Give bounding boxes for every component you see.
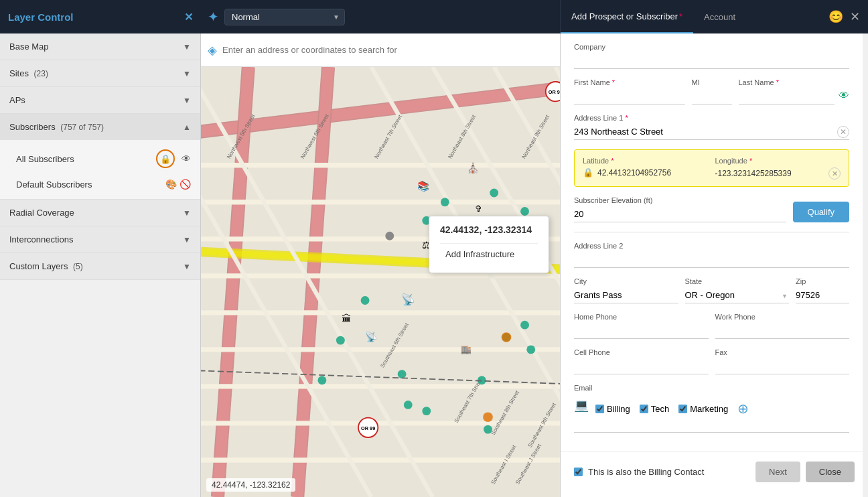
tech-checkbox-item: Tech — [640, 404, 669, 414]
svg-point-64 — [484, 425, 492, 434]
tab-account[interactable]: Account — [693, 0, 746, 33]
cell-phone-input[interactable] — [574, 358, 709, 374]
right-panel: Company First Name * MI — [560, 33, 868, 497]
fax-input[interactable] — [715, 358, 850, 374]
city-input[interactable] — [574, 287, 678, 303]
smiley-icon[interactable]: 😊 — [828, 9, 843, 24]
chevron-down-icon: ▼ — [183, 69, 191, 78]
state-select-wrapper[interactable]: OR - Oregon CA - California WA - Washing… — [685, 287, 790, 303]
sidebar-section-custom: Custom Layers (5) ▼ — [0, 253, 200, 280]
svg-point-57 — [398, 370, 407, 378]
next-button[interactable]: Next — [755, 462, 800, 482]
sidebar-section-header-basemap[interactable]: Base Map ▼ — [0, 33, 200, 60]
cell-phone-field: Cell Phone — [574, 348, 709, 374]
svg-point-65 — [317, 376, 326, 384]
last-name-label: Last Name * — [739, 78, 835, 86]
billing-contact-checkbox[interactable] — [574, 468, 583, 476]
city-field: City — [574, 277, 678, 303]
longitude-clear-button[interactable]: ✕ — [828, 167, 841, 180]
lock-icon: 🔒 — [583, 167, 593, 178]
list-item: Default Subscribers 🎨 🚫 — [0, 173, 200, 195]
svg-text:🏬: 🏬 — [461, 344, 472, 355]
svg-text:📡: 📡 — [401, 293, 415, 307]
last-name-input[interactable] — [739, 88, 835, 104]
latitude-value-row: 🔒 — [583, 167, 709, 178]
palette-icon[interactable]: 🎨 — [165, 179, 177, 190]
phone-row-2: Cell Phone Fax — [574, 348, 849, 374]
address1-input[interactable] — [574, 124, 849, 140]
chevron-down-icon: ▼ — [183, 262, 191, 271]
add-email-button[interactable]: ⊕ — [737, 401, 749, 417]
close-form-button[interactable]: Close — [806, 462, 855, 482]
add-infrastructure-button[interactable]: Add Infrastructure — [440, 243, 538, 265]
svg-text:OR 99: OR 99 — [361, 425, 375, 431]
qualify-button[interactable]: Qualify — [793, 202, 849, 222]
sidebar-section-header-radial[interactable]: Radial Coverage ▼ — [0, 200, 200, 226]
required-asterisk: * — [679, 11, 682, 21]
svg-point-61 — [526, 345, 535, 354]
work-phone-field: Work Phone — [715, 313, 850, 339]
layer-control-title: Layer Control — [8, 11, 74, 23]
marketing-checkbox[interactable] — [678, 405, 687, 413]
address2-input[interactable] — [574, 252, 849, 268]
top-bar: Layer Control ✕ ✦ Normal Satellite Terra… — [0, 0, 868, 33]
eye-icon[interactable]: 👁 — [182, 153, 191, 164]
email-section: Email 💻 Billing Tech — [574, 384, 849, 433]
mode-select-wrapper[interactable]: Normal Satellite Terrain — [224, 9, 345, 25]
sidebar-section-header-interconnections[interactable]: Interconnections ▼ — [0, 226, 200, 253]
chevron-down-icon: ▼ — [183, 42, 191, 52]
state-field: State OR - Oregon CA - California WA - W… — [685, 277, 790, 303]
sidebar-section-header-subscribers[interactable]: Subscribers (757 of 757) ▲ — [0, 114, 200, 140]
subscriber-items: All Subscribers 🔒 👁 Default Subscribers … — [0, 140, 200, 199]
sidebar-section-header-custom[interactable]: Custom Layers (5) ▼ — [0, 253, 200, 279]
home-phone-input[interactable] — [574, 323, 709, 339]
phone-row-1: Home Phone Work Phone — [574, 313, 849, 339]
wrench-icon: ✕ — [184, 11, 193, 23]
lock-icon[interactable]: 🔒 — [156, 149, 175, 168]
required-mark: * — [776, 78, 779, 86]
svg-text:🏛: 🏛 — [342, 313, 352, 324]
elevation-input[interactable] — [574, 206, 786, 222]
tools-icon: ✦ — [208, 9, 219, 25]
sidebar-section-header-aps[interactable]: APs ▼ — [0, 87, 200, 113]
work-phone-input[interactable] — [715, 323, 850, 339]
email-input[interactable] — [574, 417, 849, 433]
billing-checkbox[interactable] — [595, 405, 604, 413]
zip-input[interactable] — [796, 287, 849, 303]
zip-label: Zip — [796, 277, 849, 285]
address2-label: Address Line 2 — [574, 242, 849, 250]
svg-point-49 — [441, 198, 449, 206]
company-input[interactable] — [574, 53, 849, 69]
svg-text:⛪: ⛪ — [467, 162, 480, 174]
sidebar-section-header-sites[interactable]: Sites (23) ▼ — [0, 60, 200, 86]
mi-input[interactable] — [692, 88, 732, 104]
fax-label: Fax — [715, 348, 850, 356]
svg-text:✞: ✞ — [475, 204, 482, 214]
map-svg[interactable]: Northwest 4th Street Northwest 5th Stree… — [201, 67, 560, 497]
chevron-down-icon: ▼ — [183, 208, 191, 218]
address1-label: Address Line 1 * — [574, 114, 849, 122]
billing-contact-row: This is also the Billing Contact Next Cl… — [561, 451, 868, 492]
address1-clear-button[interactable]: ✕ — [837, 126, 849, 138]
elevation-field: Subscriber Elevation (ft) — [574, 196, 786, 222]
name-row: First Name * MI Last Name * — [574, 78, 849, 104]
scrollbar[interactable] — [863, 33, 868, 497]
map-area[interactable]: ◈ — [201, 33, 560, 497]
mode-select[interactable]: Normal Satellite Terrain — [224, 9, 345, 25]
topbar-icons: 😊 ✕ — [828, 9, 868, 24]
first-name-input[interactable] — [574, 88, 685, 104]
state-select[interactable]: OR - Oregon CA - California WA - Washing… — [685, 287, 790, 303]
tab-add-prospect[interactable]: Add Prospect or Subscriber* — [561, 0, 693, 33]
eye-green-icon[interactable]: 👁 — [839, 90, 849, 104]
map-search-input[interactable] — [222, 45, 553, 55]
tech-checkbox[interactable] — [640, 405, 648, 413]
billing-checkbox-item: Billing — [595, 404, 630, 414]
map-search-bar: ◈ — [201, 33, 560, 67]
eye-slash-icon[interactable]: 🚫 — [179, 179, 191, 190]
longitude-input[interactable] — [715, 169, 825, 178]
svg-point-66 — [502, 332, 512, 342]
svg-point-67 — [483, 412, 493, 422]
svg-point-51 — [490, 189, 498, 198]
latitude-input[interactable] — [597, 168, 709, 178]
close-panel-icon[interactable]: ✕ — [850, 9, 860, 24]
